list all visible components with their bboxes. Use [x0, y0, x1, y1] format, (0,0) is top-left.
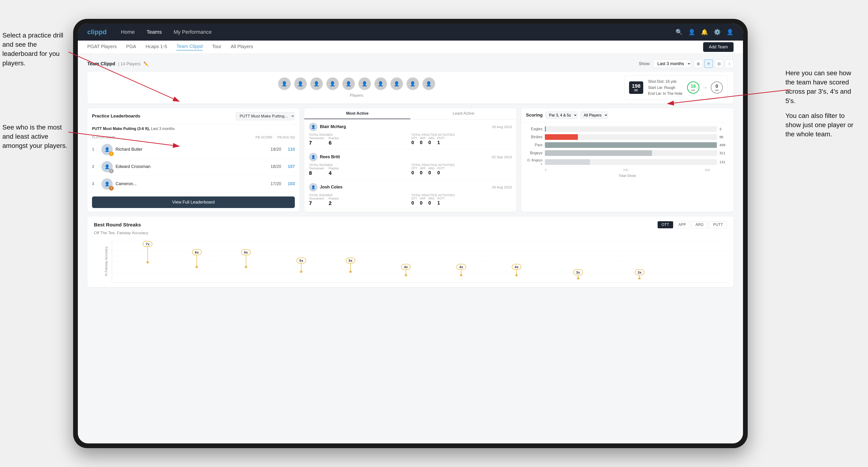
dbogeys-bar-row: D. Bogeys + 131	[526, 158, 729, 166]
bogeys-bar-track	[545, 150, 717, 156]
least-active-tab[interactable]: Least Active	[410, 108, 517, 119]
streaks-subtitle: Off The Tee, Fairway Accuracy	[94, 231, 727, 236]
chart-area: 7x 6x 6x	[112, 240, 727, 283]
streak-pin-6x-2[interactable]: 6x	[241, 249, 251, 268]
streak-pin-3x-2[interactable]: 3x	[635, 269, 644, 280]
chart-x-label: Total Shots	[526, 174, 729, 178]
streak-pin-6x-1[interactable]: 6x	[192, 249, 202, 268]
settings-icon[interactable]: ⚙️	[714, 29, 721, 35]
sub-nav-team-clippd[interactable]: Team Clippd	[177, 44, 203, 51]
lb-rank-2: 2	[92, 164, 99, 169]
leaderboard-header: Practice Leaderboards PUTT Must Make Put…	[87, 108, 300, 124]
pars-bar-track	[545, 142, 717, 148]
shot-circle-2: 0 yds	[711, 81, 723, 94]
streaks-tab-putt[interactable]: PUTT	[709, 221, 727, 228]
pin-dot-6	[405, 274, 407, 276]
view-full-leaderboard-button[interactable]: View Full Leaderboard	[92, 196, 295, 208]
add-team-button[interactable]: Add Team	[703, 42, 734, 52]
player-avatar-2[interactable]: 👤	[294, 77, 307, 90]
lb-avatar-1: 👤 1	[101, 144, 113, 155]
player-avatar-6[interactable]: 👤	[358, 77, 371, 90]
birdies-bar-row: Birdies 96	[526, 134, 729, 140]
pin-line-10	[639, 275, 640, 277]
streaks-tab-ott[interactable]: OTT	[658, 221, 673, 228]
bogeys-bar-row: Bogeys 311	[526, 150, 729, 156]
y-axis-label: % Fairway Accuracy	[94, 240, 108, 283]
activity-stats-1: Total Rounds Tournament 7 Practice	[309, 133, 512, 146]
lb-row-1[interactable]: 1 👤 1 Richard Butler 19/20 110	[87, 141, 300, 158]
grid-view-btn[interactable]: ⊞	[694, 59, 703, 68]
streak-pin-5x-1[interactable]: 5x	[297, 257, 306, 273]
sub-nav-tour[interactable]: Tour	[212, 44, 221, 50]
shot-details: Shot Dist: 16 yds Start Lie: Rough End L…	[648, 79, 682, 97]
drill-select[interactable]: PUTT Must Make Putting...	[236, 112, 295, 120]
scoring-header: Scoring Par 3, 4 & 5s Par 3s only Par 4s…	[521, 108, 734, 122]
scoring-card: Scoring Par 3, 4 & 5s Par 3s only Par 4s…	[521, 108, 734, 212]
user-avatar-icon[interactable]: 👤	[726, 29, 734, 35]
search-icon[interactable]: 🔍	[676, 29, 683, 35]
player-avatar-1[interactable]: 👤	[278, 77, 291, 90]
list-view-btn[interactable]: ≡	[704, 59, 713, 68]
pin-dot-8	[516, 274, 518, 276]
player-avatar-8[interactable]: 👤	[390, 77, 403, 90]
annotation-top-left: Select a practice drill and see the lead…	[2, 31, 68, 68]
nav-home[interactable]: Home	[121, 29, 135, 35]
nav-teams[interactable]: Teams	[147, 29, 162, 35]
player-avatar-4[interactable]: 👤	[326, 77, 339, 90]
sub-nav-hcaps[interactable]: Hcaps 1-5	[146, 44, 167, 50]
sub-nav-all-players[interactable]: All Players	[231, 44, 253, 50]
sort-view-btn[interactable]: ↕	[725, 59, 734, 68]
players-section: 👤 👤 👤 👤 👤 👤 👤 👤 👤 👤 Players	[87, 72, 734, 103]
player-avatar-9[interactable]: 👤	[406, 77, 420, 90]
tournament-stat-1: Tournament 7	[309, 136, 324, 146]
sub-nav-pgat[interactable]: PGAT Players	[87, 44, 117, 50]
streaks-header: Best Round Streaks OTT APP ARG PUTT	[94, 221, 727, 228]
players-label: Players	[350, 93, 364, 98]
practice-leaderboard-card: Practice Leaderboards PUTT Must Make Put…	[87, 108, 300, 212]
streaks-tab-arg[interactable]: ARG	[691, 221, 708, 228]
edit-team-icon[interactable]: ✏️	[144, 62, 149, 66]
streaks-chart: 7x 6x 6x	[112, 240, 727, 283]
sub-nav-pga[interactable]: PGA	[126, 44, 136, 50]
most-active-tab[interactable]: Most Active	[304, 108, 410, 119]
streak-pin-7x-1[interactable]: 7x	[143, 241, 152, 263]
compact-view-btn[interactable]: ⊟	[715, 59, 723, 68]
annotation-bottom-left: See who is the most and least active amo…	[2, 123, 68, 151]
scoring-bar-chart: Eagles 3 Birdies	[521, 122, 734, 181]
activity-row-1: 👤 Blair McHarg 26 Aug 2023 Total Rounds	[304, 119, 517, 150]
chart-x-axis: 0 200 400	[526, 168, 729, 172]
pin-line-6	[406, 270, 406, 274]
show-period-select[interactable]: Last 3 months Last 6 months Last year	[653, 59, 691, 68]
player-avatar-10[interactable]: 👤	[422, 77, 435, 90]
streak-pin-4x-2[interactable]: 4x	[456, 264, 466, 276]
bell-icon[interactable]: 🔔	[701, 29, 708, 35]
player-avatar-7[interactable]: 👤	[374, 77, 387, 90]
pin-line-4	[301, 263, 302, 271]
main-content: Team Clippd | 14 Players ✏️ Show: Last 3…	[78, 54, 743, 443]
lb-avg-3: 103	[288, 181, 295, 186]
player-avatar-3[interactable]: 👤	[310, 77, 323, 90]
streak-pin-4x-3[interactable]: 4x	[512, 264, 522, 276]
bronze-badge: 3	[109, 186, 114, 191]
people-icon[interactable]: 👤	[688, 29, 695, 35]
pin-dot-1	[147, 261, 149, 263]
player-filter-select[interactable]: All Players	[580, 112, 608, 119]
streak-pin-3x-1[interactable]: 3x	[573, 269, 583, 280]
streak-pin-4x-1[interactable]: 4x	[401, 264, 411, 276]
logo: clippd	[87, 28, 106, 36]
activity-date-2: 02 Sep 2023	[492, 155, 512, 159]
sub-nav: PGAT Players PGA Hcaps 1-5 Team Clippd T…	[78, 40, 743, 54]
lb-avg-1: 110	[288, 147, 295, 152]
ipad-frame: clippd Home Teams My Performance 🔍 👤 🔔 ⚙…	[73, 19, 748, 448]
lb-row-2[interactable]: 2 👤 2 Edward Crossman 18/20 107	[87, 158, 300, 176]
eagles-bar-fill	[545, 126, 546, 132]
streaks-tab-app[interactable]: APP	[675, 221, 690, 228]
shot-arrow-icon: →	[702, 84, 708, 91]
pars-bar-fill	[545, 142, 717, 148]
activity-avatar-3: 👤	[309, 183, 317, 191]
nav-my-performance[interactable]: My Performance	[174, 29, 212, 35]
streak-pin-5x-2[interactable]: 5x	[346, 257, 355, 273]
par-filter-select[interactable]: Par 3, 4 & 5s Par 3s only Par 4s only Pa…	[546, 112, 578, 119]
lb-row-3[interactable]: 3 👤 3 Cameron... 17/20 103	[87, 176, 300, 193]
player-avatar-5[interactable]: 👤	[342, 77, 355, 90]
